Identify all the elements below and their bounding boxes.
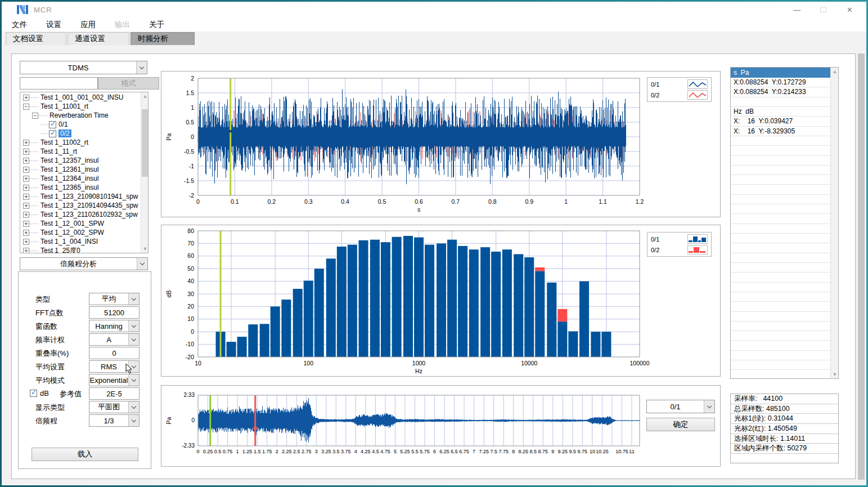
readout-row[interactable] [731,302,831,311]
scroll-down-icon[interactable]: ▼ [831,370,839,378]
tree-item[interactable]: +Test 1_12361_insul [20,165,98,174]
display-type-dropdown[interactable]: 平面图 [89,401,140,413]
expand-icon[interactable]: + [23,140,29,146]
tree-item[interactable]: +Test 1_1_004_INSI [20,237,98,246]
tree-item[interactable]: +Test 1_123_210908101941_spw [20,192,138,201]
legend-item-0-1[interactable]: 0/1 [651,79,708,90]
tree-item[interactable]: −Test 1_11001_rt [20,102,88,111]
expand-icon[interactable]: + [23,185,29,191]
overlap-percent-input[interactable]: 0 [89,347,140,359]
tree-item[interactable]: +Test 1_12_002_SPW [20,228,104,237]
readout-row[interactable] [731,146,831,155]
readout-row[interactable] [731,253,831,263]
expand-icon[interactable]: + [23,248,29,254]
expand-icon[interactable]: + [23,212,29,218]
scrollbar-thumb[interactable] [142,109,149,177]
readout-row[interactable] [731,341,831,350]
readout-row[interactable] [731,331,831,341]
readout-row[interactable] [731,292,831,302]
readout-row[interactable] [731,283,831,292]
tree-item[interactable]: +Test 1_25度0 [20,246,80,253]
readout-row[interactable] [731,243,831,253]
tree-item[interactable]: +Test 1_123_210914094435_spw [20,201,138,210]
close-button[interactable]: ✕ [836,2,863,17]
menu-about[interactable]: 关于 [143,20,170,30]
tree-item[interactable]: +Test 1_001_001_002_INSU [20,93,123,102]
menu-file[interactable]: 文件 [6,20,33,30]
readout-row[interactable]: X: 16 Y:-8.329305 [731,127,831,136]
expand-icon[interactable]: + [23,239,29,245]
window-function-dropdown[interactable]: Hanning [89,320,140,332]
tree-item[interactable]: ✓0/2 [20,129,71,138]
readout-row[interactable]: Hz dB [731,107,831,117]
readout-row[interactable] [731,175,831,185]
collapse-icon[interactable]: − [23,104,29,110]
expand-icon[interactable]: + [23,230,29,236]
type-dropdown[interactable]: 平均 [89,293,140,305]
scroll-up-icon[interactable]: ▲ [141,92,149,100]
frequency-weighting-dropdown[interactable]: A [89,333,140,346]
expand-icon[interactable]: + [23,194,29,200]
file-format-dropdown[interactable]: TDMS [20,61,147,74]
menu-apply[interactable]: 应用 [75,20,101,30]
expand-icon[interactable]: + [23,149,29,155]
tree-item[interactable]: +Test 1_12365_insul [20,183,98,192]
load-button[interactable]: 载入 [32,448,138,461]
tree-item[interactable]: ✓0/1 [20,120,68,129]
scroll-down-icon[interactable]: ▼ [141,245,149,253]
readout-row[interactable]: X: 16 Y:0.039427 [731,117,831,126]
readout-row[interactable] [731,166,831,175]
reference-value-input[interactable]: 2E-5 [89,387,140,400]
tree-item[interactable]: +Test 1_12_001_SPW [20,219,104,228]
tab-channel-settings[interactable]: 通道设置 [68,32,129,45]
tree-item[interactable]: −Reverberation Time [20,111,109,120]
readout-row[interactable] [731,351,831,360]
fft-points-input[interactable]: 51200 [89,306,140,319]
filter-input[interactable] [20,77,98,90]
readout-row[interactable] [731,312,831,321]
analysis-type-dropdown[interactable]: 倍频程分析 [20,257,148,270]
readout-row[interactable]: X:0.088254 Y:0.172729 [731,78,831,87]
readout-row[interactable] [731,136,831,146]
legend-item-0-2[interactable]: 0/2 [651,90,708,100]
channel-checkbox[interactable]: ✓ [49,121,56,128]
expand-icon[interactable]: + [23,158,29,164]
readout-row[interactable] [731,272,831,282]
average-mode-dropdown[interactable]: Exponential [89,374,140,386]
right-scrollbar-strip[interactable] [858,53,865,480]
expand-icon[interactable]: + [23,221,29,227]
readout-row[interactable] [731,195,831,204]
expand-icon[interactable]: + [23,203,29,209]
readout-row[interactable] [731,234,831,243]
collapse-icon[interactable]: − [32,113,38,119]
readout-row[interactable] [731,204,831,214]
scroll-up-icon[interactable]: ▲ [831,68,839,75]
readout-row[interactable] [731,360,831,370]
expand-icon[interactable]: + [23,176,29,182]
confirm-button[interactable]: 确定 [646,418,715,431]
minimize-button[interactable]: — [784,2,810,17]
tree-item[interactable]: +Test 1_123_211026102932_spw [20,210,138,219]
readout-row[interactable] [731,97,831,107]
readout-row[interactable] [731,185,831,194]
expand-icon[interactable]: + [23,167,29,173]
legend-item-0-1[interactable]: 0/1 [651,234,708,244]
readout-row[interactable] [731,214,831,224]
tree-scrollbar[interactable]: ▲▼ [141,92,149,253]
readout-row[interactable] [731,263,831,272]
expand-icon[interactable]: + [23,95,29,101]
readout-row[interactable] [731,370,831,378]
readout-scrollbar[interactable]: ▲▼ [830,68,838,378]
tree-item[interactable]: +Test 1_12357_insul [20,156,98,165]
readout-row[interactable] [731,321,831,331]
readout-row[interactable] [731,156,831,166]
readout-header[interactable]: s Pa [731,68,831,78]
menu-settings[interactable]: 设置 [41,20,67,30]
legend-item-0-2[interactable]: 0/2 [651,244,708,255]
readout-row[interactable] [731,224,831,234]
tab-time-frequency-analysis[interactable]: 时频分析 [131,32,195,45]
readout-row[interactable]: X:0.088254 Y:0.214233 [731,87,831,97]
tree-item[interactable]: +Test 1_12364_insul [20,174,98,183]
tree-item[interactable]: +Test 1_11002_rt [20,138,88,147]
maximize-button[interactable] [810,2,836,17]
